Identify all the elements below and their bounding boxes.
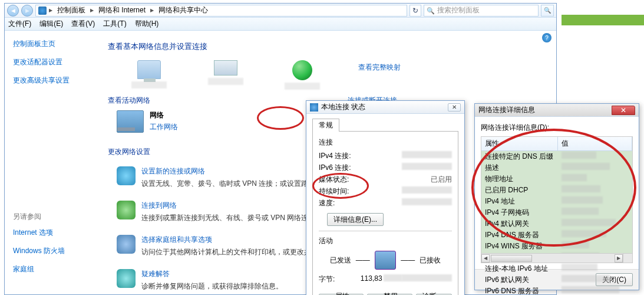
refresh-button[interactable] (409, 5, 421, 17)
help-icon[interactable] (542, 33, 551, 42)
menu-help[interactable]: 帮助(H) (135, 19, 159, 29)
list-item[interactable]: IPv6 DNS 服务器 (481, 286, 632, 295)
sidebar-firewall[interactable]: Windows 防火墙 (13, 246, 65, 256)
property-name: 物理地址 (485, 174, 562, 184)
network-name: 网络 (150, 110, 178, 120)
scroll-thumb[interactable] (491, 255, 532, 262)
list-item[interactable]: IPv4 默认网关 (481, 218, 632, 230)
redacted-value (402, 274, 452, 281)
property-value (562, 286, 629, 295)
chevron-right-icon: ▶ (150, 8, 154, 13)
col-value: 值 (558, 137, 632, 150)
redacted-label (131, 81, 167, 88)
col-property: 属性 (481, 137, 558, 150)
recv-label: 已接收 (420, 255, 452, 266)
search-input[interactable]: 搜索控制面板 (424, 5, 539, 17)
activity-group-header: 活动 (319, 236, 452, 246)
list-item[interactable]: IPv4 WINS 服务器 (481, 241, 632, 252)
search-button[interactable] (541, 5, 554, 17)
chevron-right-icon: ▶ (90, 8, 94, 13)
redacted-value (562, 196, 603, 204)
details-list-header: 网络连接详细信息(D): (481, 123, 633, 133)
redacted-value (562, 230, 606, 237)
nav-forward-button[interactable] (21, 5, 33, 17)
dialog-title: 网络连接详细信息 (478, 105, 535, 115)
property-value (562, 230, 629, 240)
dialog-title-bar[interactable]: 本地连接 状态 ✕ (306, 101, 464, 114)
menu-view[interactable]: 查看(V) (71, 19, 95, 29)
breadcrumb-item[interactable]: 网络和共享中心 (156, 4, 210, 17)
redacted-value (562, 219, 616, 226)
breadcrumb-item[interactable]: 网络和 Internet (96, 4, 148, 17)
homegroup-icon (117, 235, 136, 254)
menu-edit[interactable]: 编辑(E) (39, 19, 63, 29)
sidebar-see-also: 另请参阅 Internet 选项 Windows 防火墙 家庭组 (13, 212, 65, 283)
property-value (562, 163, 629, 173)
adapter-icon (310, 103, 318, 112)
list-item[interactable]: 连接-本地 IPv6 地址 (481, 263, 632, 274)
scroll-left-icon[interactable]: ◀ (481, 254, 490, 263)
close-button[interactable]: ✕ (448, 103, 461, 112)
menu-file[interactable]: 文件(F) (8, 19, 31, 29)
redacted-value (562, 275, 610, 282)
activity-monitor-icon (375, 251, 397, 270)
sent-label: 已发送 (319, 255, 351, 266)
tab-general[interactable]: 常规 (312, 119, 339, 132)
activity-row: 已发送 —— —— 已接收 (319, 251, 452, 270)
details-listview[interactable]: 属性 值 连接特定的 DNS 后缀描述物理地址已启用 DHCPIPv4 地址IP… (481, 136, 633, 263)
list-item[interactable]: 物理地址 (481, 173, 632, 185)
search-icon (427, 6, 435, 15)
redacted-value (402, 151, 452, 158)
sidebar: 控制面板主页 更改适配器设置 更改高级共享设置 另请参阅 Internet 选项… (5, 31, 102, 294)
sidebar-internet-options[interactable]: Internet 选项 (13, 228, 65, 238)
redacted-value (562, 264, 597, 271)
sidebar-shared-link[interactable]: 更改高级共享设置 (13, 76, 96, 86)
list-item[interactable]: 连接特定的 DNS 后缀 (481, 151, 632, 162)
see-also-header: 另请参阅 (13, 212, 65, 222)
breadcrumb[interactable]: ▶ 控制面板 ▶ 网络和 Internet ▶ 网络和共享中心 (35, 5, 407, 17)
node-network (205, 60, 246, 85)
scroll-right-icon[interactable]: ▶ (615, 254, 623, 263)
view-full-map-link[interactable]: 查看完整映射 (358, 63, 401, 73)
redacted-value (562, 286, 619, 293)
redacted-value (402, 186, 452, 194)
details-button[interactable]: 详细信息(E)... (327, 213, 384, 226)
property-value (562, 264, 629, 274)
nav-back-button[interactable] (7, 5, 19, 17)
network-type-link[interactable]: 工作网络 (150, 122, 178, 132)
list-item[interactable]: IPv4 子网掩码 (481, 207, 632, 218)
computer-icon (137, 60, 161, 79)
network-icon (117, 110, 144, 133)
redacted-label (208, 78, 243, 85)
close-button[interactable]: ✕ (612, 106, 635, 115)
property-name: IPv4 DNS 服务器 (485, 230, 562, 240)
wizard-icon (117, 166, 136, 185)
ipv6-label: IPv6 连接: (319, 163, 366, 173)
task-title: 连接到网络 (141, 201, 322, 211)
task-title: 疑难解答 (141, 269, 283, 279)
menu-tools[interactable]: 工具(T) (103, 19, 126, 29)
dash: —— (356, 256, 370, 264)
list-item[interactable]: 描述 (481, 162, 632, 173)
property-value (562, 174, 629, 184)
property-name: 描述 (485, 163, 562, 173)
breadcrumb-item[interactable]: 控制面板 (55, 4, 88, 17)
list-item[interactable]: IPv6 默认网关 (481, 274, 632, 286)
property-name: IPv4 子网掩码 (485, 208, 562, 218)
sidebar-adapter-link[interactable]: 更改适配器设置 (13, 57, 96, 67)
dialog-title-bar[interactable]: 网络连接详细信息 ✕ (475, 104, 639, 117)
sidebar-home-link[interactable]: 控制面板主页 (13, 39, 96, 49)
redacted-value (402, 198, 452, 205)
menu-bar: 文件(F) 编辑(E) 查看(V) 工具(T) 帮助(H) (5, 18, 556, 31)
sidebar-homegroup[interactable]: 家庭组 (13, 264, 65, 274)
horizontal-scrollbar[interactable]: ◀ ▶ (481, 253, 623, 263)
tab-content: 连接 IPv4 连接: IPv6 连接: 媒体状态:已启用 持续时间: 速度: … (312, 131, 458, 295)
troubleshoot-icon (117, 269, 136, 288)
page-accent-bar (562, 15, 644, 25)
ipv4-label: IPv4 连接: (319, 151, 366, 161)
property-name: 连接特定的 DNS 后缀 (485, 152, 562, 162)
address-bar: ▶ 控制面板 ▶ 网络和 Internet ▶ 网络和共享中心 搜索控制面板 (5, 4, 556, 18)
list-item[interactable]: IPv4 地址 (481, 196, 632, 207)
list-item[interactable]: 已启用 DHCP (481, 185, 632, 196)
list-item[interactable]: IPv4 DNS 服务器 (481, 230, 632, 241)
